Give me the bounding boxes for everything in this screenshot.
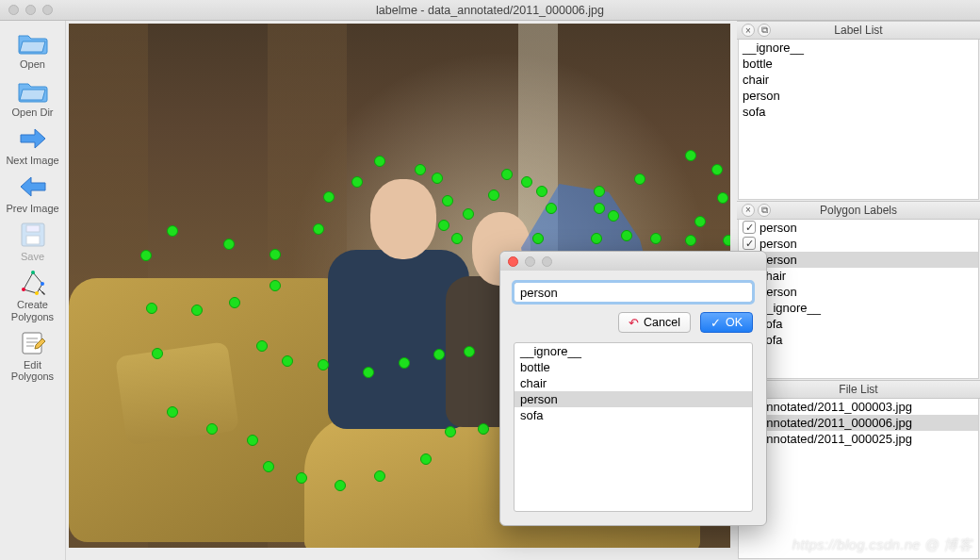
polygon-vertex[interactable] <box>438 220 449 231</box>
label-option[interactable]: chair <box>514 375 752 391</box>
polygon-vertex[interactable] <box>521 176 532 188</box>
list-item[interactable]: bottle <box>739 56 978 72</box>
polygon-vertex[interactable] <box>634 173 645 185</box>
polygon-vertex[interactable] <box>323 191 335 203</box>
polygon-vertex[interactable] <box>711 164 723 175</box>
label-option[interactable]: sofa <box>514 407 752 423</box>
polygon-vertex[interactable] <box>167 225 178 237</box>
polygon-vertex[interactable] <box>685 235 696 246</box>
polygon-vertex[interactable] <box>296 472 307 484</box>
label-list[interactable]: __ignore__bottlechairpersonsofa <box>738 39 979 200</box>
polygon-vertex[interactable] <box>608 210 619 222</box>
polygon-vertex[interactable] <box>167 406 178 418</box>
polygon-vertex[interactable] <box>146 303 157 314</box>
polygon-vertex[interactable] <box>478 423 489 435</box>
list-item[interactable]: annotated/2011_000003.jpg <box>739 399 978 415</box>
label-input[interactable] <box>514 282 753 303</box>
checkbox-icon[interactable]: ✓ <box>743 221 756 234</box>
polygon-vertex[interactable] <box>464 346 475 357</box>
polygon-vertex[interactable] <box>140 250 152 261</box>
polygon-vertex[interactable] <box>223 239 235 250</box>
list-item[interactable]: person <box>739 88 978 104</box>
polygon-vertex[interactable] <box>270 280 281 291</box>
polygon-vertex[interactable] <box>546 203 557 214</box>
polygon-vertex[interactable] <box>206 423 218 435</box>
polygon-vertex[interactable] <box>191 305 203 316</box>
list-item[interactable]: ✓person <box>739 236 978 252</box>
polygon-vertex[interactable] <box>501 169 513 180</box>
polygon-vertex[interactable] <box>594 186 605 197</box>
open-button[interactable]: Open <box>4 25 62 74</box>
list-item[interactable]: person <box>739 284 978 300</box>
file-list[interactable]: annotated/2011_000003.jpgannotated/2011_… <box>738 398 979 559</box>
list-item[interactable]: person <box>739 252 978 268</box>
list-item[interactable]: ✓person <box>739 220 978 236</box>
list-item[interactable]: chair <box>739 268 978 284</box>
polygon-vertex[interactable] <box>420 453 432 465</box>
label-list-header[interactable]: ×⧉ Label List <box>737 21 980 40</box>
polygon-vertex[interactable] <box>351 176 363 188</box>
polygon-vertex[interactable] <box>432 173 443 184</box>
polygon-vertex[interactable] <box>374 470 385 482</box>
polygon-vertex[interactable] <box>313 223 324 235</box>
polygon-vertex[interactable] <box>442 195 453 206</box>
close-panel-icon[interactable]: × <box>742 204 755 217</box>
polygon-vertex[interactable] <box>451 233 463 244</box>
dialog-titlebar[interactable] <box>500 252 766 271</box>
list-item[interactable]: __ignore__ <box>739 300 978 316</box>
list-item[interactable]: __ignore__ <box>739 40 978 56</box>
polygon-vertex[interactable] <box>318 359 329 371</box>
next-image-button[interactable]: Next Image <box>4 122 62 170</box>
prev-image-button[interactable]: Prev Image <box>4 170 62 218</box>
list-item[interactable]: sofa <box>739 332 978 348</box>
create-polygons-button[interactable]: Create Polygons <box>4 266 62 325</box>
polygon-vertex[interactable] <box>591 233 602 244</box>
polygon-vertex[interactable] <box>532 233 544 244</box>
file-list-header[interactable]: File List <box>737 380 980 399</box>
close-icon[interactable] <box>508 256 518 267</box>
list-item[interactable]: annotated/2011_000025.jpg <box>739 431 978 447</box>
polygon-vertex[interactable] <box>650 233 662 244</box>
polygon-vertex[interactable] <box>685 150 696 161</box>
list-item[interactable]: chair <box>739 72 978 88</box>
polygon-vertex[interactable] <box>415 164 426 175</box>
ok-button[interactable]: ✓ OK <box>700 312 753 333</box>
polygon-vertex[interactable] <box>247 435 258 446</box>
checkbox-icon[interactable]: ✓ <box>743 237 756 250</box>
polygon-vertex[interactable] <box>229 297 240 308</box>
polygon-vertex[interactable] <box>488 189 499 201</box>
polygon-labels-header[interactable]: ×⧉ Polygon Labels <box>737 201 980 220</box>
polygon-vertex[interactable] <box>717 192 728 204</box>
polygon-vertex[interactable] <box>335 480 346 491</box>
polygon-vertex[interactable] <box>621 230 632 241</box>
label-option[interactable]: __ignore__ <box>514 343 752 359</box>
polygon-vertex[interactable] <box>594 203 605 214</box>
polygon-vertex[interactable] <box>445 426 456 437</box>
polygon-vertex[interactable] <box>282 355 293 367</box>
polygon-vertex[interactable] <box>374 156 385 167</box>
polygon-labels-list[interactable]: ✓person✓personpersonchairperson__ignore_… <box>738 219 979 380</box>
polygon-vertex[interactable] <box>463 208 474 220</box>
polygon-vertex[interactable] <box>433 349 445 360</box>
polygon-vertex[interactable] <box>399 357 410 369</box>
edit-polygons-button[interactable]: Edit Polygons <box>4 326 62 386</box>
detach-panel-icon[interactable]: ⧉ <box>758 24 771 37</box>
polygon-vertex[interactable] <box>723 235 730 246</box>
list-item[interactable]: annotated/2011_000006.jpg <box>739 415 978 431</box>
polygon-vertex[interactable] <box>536 186 547 197</box>
label-option[interactable]: bottle <box>514 359 752 375</box>
polygon-vertex[interactable] <box>152 348 163 359</box>
polygon-vertex[interactable] <box>363 367 374 378</box>
polygon-vertex[interactable] <box>263 461 274 472</box>
polygon-vertex[interactable] <box>270 249 281 260</box>
cancel-button[interactable]: ↶ Cancel <box>618 312 691 333</box>
close-panel-icon[interactable]: × <box>742 24 755 37</box>
list-item[interactable]: sofa <box>739 316 978 332</box>
polygon-vertex[interactable] <box>256 340 268 352</box>
detach-panel-icon[interactable]: ⧉ <box>758 204 771 217</box>
polygon-vertex[interactable] <box>694 216 706 227</box>
label-option[interactable]: person <box>514 391 752 407</box>
label-options-list[interactable]: __ignore__bottlechairpersonsofa <box>514 342 753 512</box>
list-item[interactable]: sofa <box>739 104 978 120</box>
open-dir-button[interactable]: Open Dir <box>4 74 62 122</box>
